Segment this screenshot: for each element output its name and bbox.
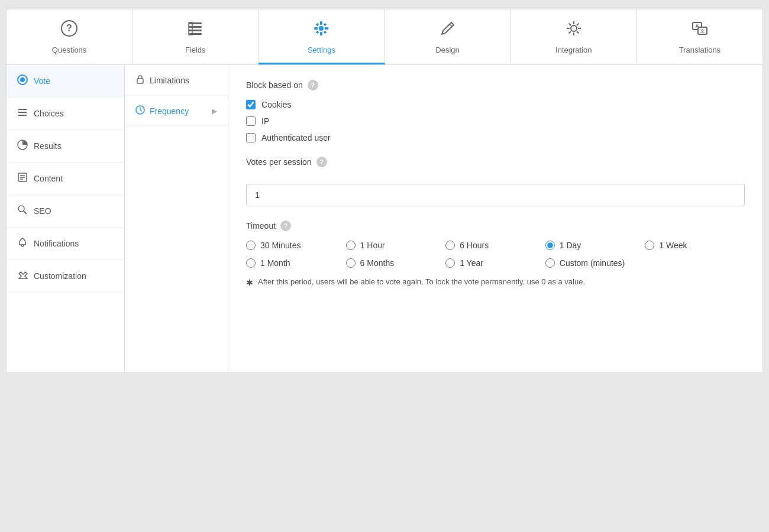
timeout-6hours-label: 6 Hours xyxy=(460,241,489,250)
cookies-option[interactable]: Cookies xyxy=(246,100,745,109)
timeout-6months-radio[interactable] xyxy=(346,258,356,268)
svg-point-22 xyxy=(20,77,25,82)
svg-rect-7 xyxy=(320,21,322,25)
timeout-label: Timeout xyxy=(246,221,276,231)
clock-icon xyxy=(135,105,145,116)
timeout-custom-radio[interactable] xyxy=(545,258,555,268)
timeout-1hour-label: 1 Hour xyxy=(360,241,385,250)
timeout-6hours[interactable]: 6 Hours xyxy=(445,241,545,250)
timeout-options: 30 Minutes 1 Hour 6 Hours 1 Day xyxy=(246,241,745,268)
timeout-30min-radio[interactable] xyxy=(246,241,256,250)
timeout-custom-label: Custom (minutes) xyxy=(560,258,625,268)
tab-fields-label: Fields xyxy=(185,46,206,54)
svg-rect-14 xyxy=(324,31,327,34)
tab-settings[interactable]: Settings xyxy=(259,9,384,64)
sidebar-item-results[interactable]: Results xyxy=(7,130,124,163)
auth-user-option[interactable]: Authenticated user xyxy=(246,133,745,142)
timeout-1day-label: 1 Day xyxy=(560,241,581,250)
svg-rect-6 xyxy=(189,22,192,35)
block-based-on-help[interactable]: ? xyxy=(308,80,318,90)
left-sidebar: Vote Choices xyxy=(7,65,125,372)
ip-label: IP xyxy=(261,116,269,126)
note-star: ✱ xyxy=(246,278,253,287)
svg-rect-13 xyxy=(316,31,319,34)
results-icon xyxy=(17,140,28,153)
votes-per-session-title: Votes per session ? xyxy=(246,157,745,167)
settings-icon xyxy=(313,20,329,41)
cookies-checkbox[interactable] xyxy=(246,100,256,109)
midnav-frequency[interactable]: Frequency ▶ xyxy=(125,96,228,126)
choices-icon xyxy=(17,107,28,120)
tab-translations[interactable]: A 文 Translations xyxy=(637,9,762,64)
timeout-1year[interactable]: 1 Year xyxy=(445,258,545,268)
votes-help-icon[interactable]: ? xyxy=(316,157,327,167)
sidebar-item-seo[interactable]: SEO xyxy=(7,195,124,228)
block-options: Cookies IP Authenticated user xyxy=(246,100,745,142)
midnav-frequency-label: Frequency xyxy=(150,106,189,116)
svg-rect-33 xyxy=(137,79,143,83)
content-icon xyxy=(17,172,28,185)
tab-design[interactable]: Design xyxy=(385,9,511,64)
tab-design-label: Design xyxy=(435,46,459,54)
tab-questions[interactable]: ? Questions xyxy=(7,9,133,64)
svg-rect-4 xyxy=(189,30,202,31)
customization-icon xyxy=(17,270,28,283)
content-area: Block based on ? Cookies IP Authenticate… xyxy=(228,65,762,372)
sidebar-customization-label: Customization xyxy=(34,271,86,281)
timeout-1day-radio[interactable] xyxy=(545,241,555,250)
sidebar-item-vote[interactable]: Vote xyxy=(7,65,124,98)
svg-rect-8 xyxy=(320,32,322,35)
tab-settings-label: Settings xyxy=(308,46,335,54)
sidebar-content-label: Content xyxy=(34,174,63,183)
tab-translations-label: Translations xyxy=(679,46,720,54)
timeout-30min[interactable]: 30 Minutes xyxy=(246,241,346,250)
tab-questions-label: Questions xyxy=(52,46,87,54)
top-nav: ? Questions Fields xyxy=(7,9,762,65)
tab-integration[interactable]: Integration xyxy=(511,9,637,64)
timeout-1year-radio[interactable] xyxy=(445,258,455,268)
lock-icon xyxy=(135,74,145,86)
timeout-note: ✱ After this period, users will be able … xyxy=(246,277,745,287)
timeout-1week-label: 1 Week xyxy=(659,241,687,250)
sidebar-item-customization[interactable]: Customization xyxy=(7,260,124,293)
frequency-arrow: ▶ xyxy=(212,107,217,115)
block-based-on-label: Block based on xyxy=(246,80,303,90)
ip-option[interactable]: IP xyxy=(246,116,745,126)
timeout-6hours-radio[interactable] xyxy=(445,241,455,250)
timeout-1day[interactable]: 1 Day xyxy=(545,241,645,250)
midnav-limitations[interactable]: Limitations xyxy=(125,65,228,96)
notifications-icon xyxy=(17,237,28,250)
timeout-title: Timeout ? xyxy=(246,220,745,231)
timeout-1hour[interactable]: 1 Hour xyxy=(346,241,446,250)
timeout-1week-radio[interactable] xyxy=(645,241,654,250)
midnav-limitations-label: Limitations xyxy=(150,76,189,85)
svg-line-36 xyxy=(140,110,142,111)
questions-icon: ? xyxy=(61,20,77,41)
ip-checkbox[interactable] xyxy=(246,116,256,126)
sidebar-item-notifications[interactable]: Notifications xyxy=(7,228,124,260)
timeout-custom[interactable]: Custom (minutes) xyxy=(545,258,645,268)
sidebar-item-choices[interactable]: Choices xyxy=(7,98,124,130)
fields-icon xyxy=(187,20,203,41)
timeout-1month[interactable]: 1 Month xyxy=(246,258,346,268)
tab-fields[interactable]: Fields xyxy=(133,9,259,64)
timeout-6months[interactable]: 6 Months xyxy=(346,258,446,268)
sidebar-notifications-label: Notifications xyxy=(34,239,79,248)
note-content: After this period, users will be able to… xyxy=(258,277,585,286)
auth-user-checkbox[interactable] xyxy=(246,133,256,142)
translations-icon: A 文 xyxy=(692,20,708,41)
timeout-1month-radio[interactable] xyxy=(246,258,256,268)
timeout-help-icon[interactable]: ? xyxy=(280,220,291,231)
main-layout: Vote Choices xyxy=(7,65,762,372)
sidebar-seo-label: SEO xyxy=(34,206,51,216)
timeout-1week[interactable]: 1 Week xyxy=(645,241,745,250)
sidebar-item-content[interactable]: Content xyxy=(7,163,124,195)
timeout-1year-label: 1 Year xyxy=(460,258,483,268)
block-based-on-section: Block based on ? xyxy=(246,80,745,90)
svg-point-15 xyxy=(319,26,324,31)
app-container: ? Questions Fields xyxy=(6,9,763,373)
votes-input[interactable] xyxy=(246,184,745,206)
timeout-1hour-radio[interactable] xyxy=(346,241,356,250)
sidebar-results-label: Results xyxy=(34,141,62,151)
timeout-6months-label: 6 Months xyxy=(360,258,395,268)
